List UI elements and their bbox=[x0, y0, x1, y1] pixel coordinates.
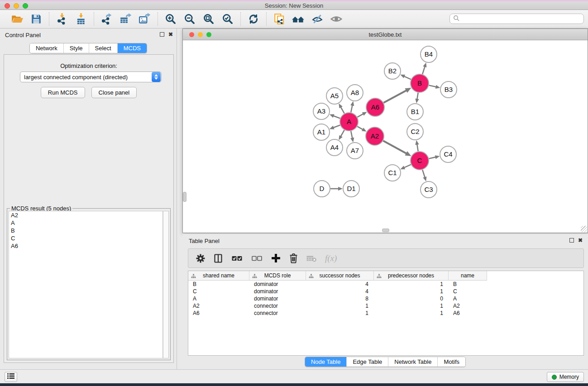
network-zoom-button[interactable] bbox=[206, 32, 211, 37]
graph-node-C3[interactable]: C3 bbox=[421, 181, 437, 198]
network-minimize-button[interactable] bbox=[198, 32, 203, 37]
zoom-window-button[interactable] bbox=[23, 3, 28, 9]
select-all-icon[interactable] bbox=[231, 254, 243, 263]
column-header-shared-name[interactable]: shared name bbox=[188, 271, 249, 281]
graph-node-D[interactable]: D bbox=[314, 181, 330, 197]
memory-button[interactable]: Memory bbox=[547, 372, 584, 382]
table-cell[interactable]: dominator bbox=[249, 295, 306, 302]
gear-icon[interactable] bbox=[196, 253, 206, 263]
zoom-out-icon[interactable] bbox=[182, 12, 197, 26]
graph-edge-A-A5[interactable] bbox=[339, 104, 344, 114]
mcds-result-item[interactable]: A2 bbox=[9, 211, 163, 219]
export-table-icon[interactable] bbox=[119, 12, 133, 26]
graph-node-D1[interactable]: D1 bbox=[343, 181, 359, 197]
trash-icon[interactable] bbox=[289, 253, 298, 263]
network-vertical-scrollbar[interactable] bbox=[183, 192, 186, 202]
table-cell[interactable]: 8 bbox=[306, 295, 374, 302]
close-window-button[interactable] bbox=[5, 3, 10, 9]
graph-node-A8[interactable]: A8 bbox=[347, 85, 363, 101]
graph-edge-A-A1[interactable] bbox=[330, 125, 340, 129]
table-cell[interactable]: A2 bbox=[188, 303, 249, 309]
deselect-all-icon[interactable] bbox=[251, 254, 263, 263]
graph-node-B1[interactable]: B1 bbox=[407, 104, 423, 120]
column-header-predecessor-nodes[interactable]: predecessor nodes bbox=[374, 271, 449, 281]
graph-edge-A-A8[interactable] bbox=[350, 101, 354, 113]
table-row[interactable]: A6connector11A6 bbox=[188, 310, 583, 317]
save-session-icon[interactable] bbox=[29, 12, 43, 26]
graph-node-A3[interactable]: A3 bbox=[313, 103, 330, 119]
table-cell[interactable]: A bbox=[188, 295, 249, 302]
zoom-in-icon[interactable] bbox=[163, 12, 178, 26]
search-field[interactable] bbox=[449, 14, 584, 24]
table-cell[interactable]: 1 bbox=[374, 288, 449, 295]
columns-icon[interactable] bbox=[213, 253, 223, 263]
graph-node-A1[interactable]: A1 bbox=[313, 124, 330, 140]
tab-motifs[interactable]: Motifs bbox=[437, 357, 465, 367]
table-cell[interactable]: A bbox=[449, 295, 487, 302]
table-cell[interactable]: 1 bbox=[374, 303, 449, 309]
import-network-icon[interactable] bbox=[55, 12, 69, 26]
table-cell[interactable]: 4 bbox=[306, 281, 374, 287]
table-row[interactable]: Cdominator41C bbox=[188, 288, 583, 295]
search-input[interactable] bbox=[461, 14, 583, 24]
table-cell[interactable]: connector bbox=[249, 303, 306, 309]
result-list-scrollbar[interactable] bbox=[163, 211, 169, 358]
task-history-button[interactable] bbox=[5, 372, 17, 382]
table-cell[interactable]: 1 bbox=[374, 281, 449, 287]
graph-edge-A-A4[interactable] bbox=[339, 130, 344, 140]
close-table-panel-icon[interactable]: ✖ bbox=[578, 237, 583, 243]
table-row[interactable]: Bdominator41B bbox=[188, 281, 583, 288]
import-table-icon[interactable] bbox=[74, 12, 88, 26]
float-table-panel-icon[interactable] bbox=[569, 238, 574, 243]
table-cell[interactable]: connector bbox=[249, 310, 306, 316]
graph-node-B2[interactable]: B2 bbox=[384, 63, 401, 79]
column-header-name[interactable]: name bbox=[449, 271, 487, 281]
graph-node-A6[interactable]: A6 bbox=[366, 98, 384, 116]
table-cell[interactable]: dominator bbox=[249, 281, 306, 287]
network-window-titlebar[interactable]: testGlobe.txt bbox=[183, 29, 588, 40]
graph-edge-A6-B[interactable] bbox=[383, 88, 411, 103]
graph-edge-D-D1[interactable] bbox=[330, 187, 343, 191]
graph-node-A7[interactable]: A7 bbox=[347, 143, 363, 159]
mcds-result-item[interactable]: C bbox=[9, 234, 163, 242]
network-close-button[interactable] bbox=[189, 32, 194, 37]
table-cell[interactable]: A2 bbox=[449, 303, 487, 309]
column-header-successor-nodes[interactable]: successor nodes bbox=[306, 271, 374, 281]
graph-edge-A-A3[interactable] bbox=[330, 114, 340, 118]
add-icon[interactable] bbox=[271, 253, 281, 263]
graph-edge-C-C2[interactable] bbox=[415, 140, 419, 151]
graph-node-B4[interactable]: B4 bbox=[421, 46, 437, 62]
graph-node-B[interactable]: B bbox=[411, 74, 429, 92]
graph-node-A2[interactable]: A2 bbox=[366, 127, 384, 145]
export-image-icon[interactable] bbox=[138, 12, 152, 26]
tab-network[interactable]: Network bbox=[30, 43, 63, 53]
mcds-result-item[interactable]: A bbox=[9, 219, 163, 227]
table-cell[interactable]: 1 bbox=[306, 310, 374, 316]
table-cell[interactable]: C bbox=[449, 288, 487, 295]
tab-edge-table[interactable]: Edge Table bbox=[346, 357, 388, 367]
eye-icon[interactable] bbox=[329, 12, 344, 26]
graph-node-A4[interactable]: A4 bbox=[326, 139, 343, 156]
mcds-result-item[interactable]: B bbox=[9, 227, 163, 234]
tab-mcds[interactable]: MCDS bbox=[117, 43, 147, 53]
graph-edge-C-C4[interactable] bbox=[429, 155, 440, 159]
graph-node-C[interactable]: C bbox=[411, 152, 429, 170]
run-mcds-button[interactable]: Run MCDS bbox=[41, 87, 85, 98]
graph-node-B3[interactable]: B3 bbox=[440, 81, 457, 98]
tab-style[interactable]: Style bbox=[63, 43, 89, 53]
graph-node-C2[interactable]: C2 bbox=[407, 124, 423, 140]
open-session-icon[interactable] bbox=[10, 12, 24, 26]
tab-select[interactable]: Select bbox=[89, 43, 117, 53]
export-network-icon[interactable] bbox=[100, 12, 114, 26]
table-cell[interactable]: dominator bbox=[249, 288, 306, 295]
graph-node-A[interactable]: A bbox=[340, 113, 358, 131]
toggle-details-icon[interactable] bbox=[310, 12, 325, 26]
duplicate-network-icon[interactable] bbox=[272, 12, 287, 26]
tab-node-table[interactable]: Node Table bbox=[305, 357, 347, 367]
table-cell[interactable]: A6 bbox=[449, 310, 487, 316]
table-cell[interactable]: 0 bbox=[374, 295, 449, 302]
tab-network-table[interactable]: Network Table bbox=[388, 357, 437, 367]
table-cell[interactable]: B bbox=[188, 281, 249, 287]
table-cell[interactable]: B bbox=[449, 281, 487, 287]
optimization-criterion-select[interactable]: largest connected component (directed) bbox=[20, 71, 162, 82]
